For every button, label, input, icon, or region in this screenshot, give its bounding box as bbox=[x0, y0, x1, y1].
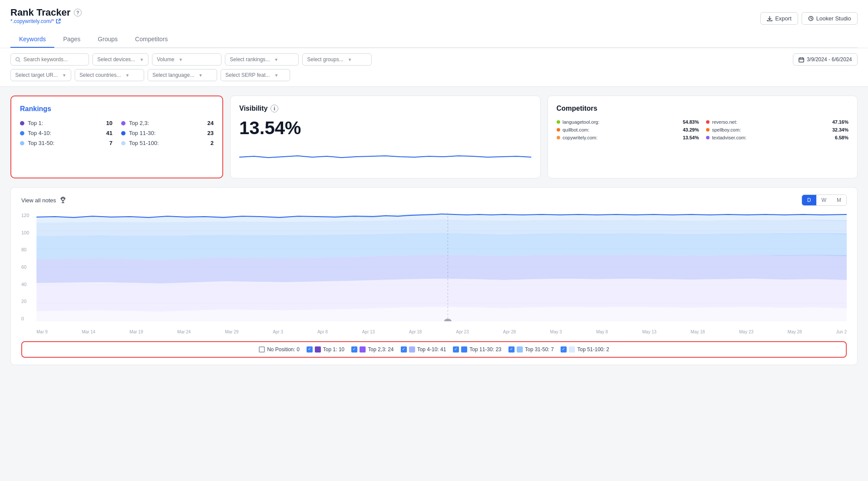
legend-top3150: Top 31-50: 7 bbox=[508, 346, 554, 353]
ranking-dot bbox=[20, 121, 24, 125]
legend-top1: Top 1: 10 bbox=[307, 346, 344, 353]
competitor-dot bbox=[557, 136, 560, 139]
competitors-title: Competitors bbox=[557, 105, 849, 112]
competitor-dot bbox=[706, 128, 710, 132]
legend-color-top3150 bbox=[517, 346, 523, 353]
chart-canvas bbox=[36, 213, 847, 321]
domain-link[interactable]: *.copywritely.com/* bbox=[10, 18, 82, 24]
competitors-grid: languagetool.org: 54.83% reverso.net: 47… bbox=[557, 119, 849, 140]
tab-pages[interactable]: Pages bbox=[54, 31, 89, 48]
legend-color-top23 bbox=[360, 346, 366, 353]
main-tabs: Keywords Pages Groups Competitors bbox=[10, 31, 858, 48]
notes-pin-icon bbox=[59, 197, 66, 204]
competitor-dot bbox=[706, 120, 710, 124]
ranking-top1130: Top 11-30: 23 bbox=[121, 130, 214, 136]
competitor-textadviser: textadviser.com: 6.58% bbox=[706, 135, 848, 140]
time-btn-w[interactable]: W bbox=[816, 195, 832, 205]
export-button[interactable]: Export bbox=[760, 12, 798, 25]
chevron-down-icon: ▼ bbox=[178, 57, 183, 62]
competitor-dot bbox=[557, 120, 560, 124]
devices-filter[interactable]: Select devices... ▼ bbox=[92, 53, 149, 66]
view-notes-button[interactable]: View all notes bbox=[21, 197, 66, 204]
looker-icon bbox=[808, 16, 814, 21]
competitor-dot bbox=[706, 136, 710, 139]
widgets-row: Rankings Top 1: 10 Top 2,3: 24 Top 4-10:… bbox=[10, 96, 858, 178]
time-toggle: D W M bbox=[802, 194, 847, 206]
countries-filter[interactable]: Select countries... ▼ bbox=[75, 69, 144, 81]
volume-filter[interactable]: Volume ▼ bbox=[152, 53, 221, 66]
filters-section: Select devices... ▼ Volume ▼ Select rank… bbox=[0, 48, 868, 87]
tab-keywords[interactable]: Keywords bbox=[10, 31, 54, 48]
time-btn-m[interactable]: M bbox=[832, 195, 846, 205]
legend-color-top410 bbox=[409, 346, 415, 353]
chevron-down-icon: ▼ bbox=[348, 57, 352, 62]
serp-filter[interactable]: Select SERP feat... ▼ bbox=[221, 69, 290, 81]
calendar-icon bbox=[799, 57, 804, 63]
chart-section: View all notes D W M 120 100 80 60 40 20… bbox=[10, 187, 858, 365]
legend-top23: Top 2,3: 24 bbox=[351, 346, 393, 353]
ranking-top51100: Top 51-100: 2 bbox=[121, 140, 214, 146]
legend-checkbox-top3150[interactable] bbox=[508, 346, 515, 353]
competitor-reverso: reverso.net: 47.16% bbox=[706, 119, 848, 125]
target-url-filter[interactable]: Select target UR... ▼ bbox=[10, 69, 71, 81]
rankings-title: Rankings bbox=[20, 105, 214, 113]
top-actions: Export Looker Studio bbox=[760, 12, 858, 25]
ranking-top410: Top 4-10: 41 bbox=[20, 130, 112, 136]
svg-point-3 bbox=[62, 198, 64, 201]
help-icon[interactable]: ? bbox=[74, 9, 82, 16]
legend-top1130: Top 11-30: 23 bbox=[453, 346, 501, 353]
legend-color-top1 bbox=[315, 346, 321, 353]
search-keywords-input[interactable] bbox=[10, 53, 89, 66]
ranking-dot bbox=[20, 141, 24, 145]
ranking-dot bbox=[121, 131, 125, 135]
chart-area: 120 100 80 60 40 20 0 bbox=[21, 213, 847, 334]
main-content: Rankings Top 1: 10 Top 2,3: 24 Top 4-10:… bbox=[0, 87, 868, 374]
chevron-down-icon: ▼ bbox=[139, 57, 144, 62]
visibility-chart bbox=[239, 142, 531, 169]
legend-checkbox-top23[interactable] bbox=[351, 346, 357, 353]
chart-y-axis: 120 100 80 60 40 20 0 bbox=[21, 213, 34, 321]
time-btn-d[interactable]: D bbox=[802, 195, 816, 205]
legend-top51100: Top 51-100: 2 bbox=[561, 346, 609, 353]
visibility-widget: Visibility ℹ 13.54% bbox=[230, 96, 541, 178]
ranking-dot bbox=[20, 131, 24, 135]
chevron-down-icon: ▼ bbox=[125, 73, 129, 78]
legend-no-position: No Position: 0 bbox=[259, 346, 300, 353]
visibility-help-icon[interactable]: ℹ bbox=[271, 105, 278, 112]
legend-checkbox-top51100[interactable] bbox=[561, 346, 567, 353]
groups-filter[interactable]: Select groups... ▼ bbox=[302, 53, 372, 66]
legend-checkbox-top1130[interactable] bbox=[453, 346, 459, 353]
ranking-dot bbox=[121, 121, 125, 125]
chart-legend: No Position: 0 Top 1: 10 Top 2,3: 24 Top… bbox=[21, 341, 847, 358]
legend-checkbox-top410[interactable] bbox=[401, 346, 407, 353]
legend-color-top1130 bbox=[461, 346, 467, 353]
legend-checkbox-no-position[interactable] bbox=[259, 346, 265, 353]
date-range-picker[interactable]: 3/9/2024 - 6/6/2024 bbox=[793, 53, 858, 66]
tab-groups[interactable]: Groups bbox=[89, 31, 126, 48]
legend-checkbox-top1[interactable] bbox=[307, 346, 313, 353]
chevron-down-icon: ▼ bbox=[274, 73, 279, 78]
external-link-icon bbox=[56, 19, 61, 24]
language-filter[interactable]: Select language... ▼ bbox=[148, 69, 217, 81]
visibility-value: 13.54% bbox=[239, 118, 531, 138]
search-input[interactable] bbox=[23, 56, 84, 63]
visibility-title: Visibility bbox=[239, 105, 268, 112]
legend-top410: Top 4-10: 41 bbox=[401, 346, 446, 353]
page-title: Rank Tracker ? bbox=[10, 7, 82, 18]
competitor-languagetool: languagetool.org: 54.83% bbox=[557, 119, 699, 125]
chevron-down-icon: ▼ bbox=[198, 73, 203, 78]
looker-studio-button[interactable]: Looker Studio bbox=[802, 12, 858, 25]
svg-rect-2 bbox=[799, 58, 804, 62]
export-icon bbox=[767, 16, 772, 21]
ranking-dot bbox=[121, 141, 125, 145]
svg-point-1 bbox=[16, 57, 20, 61]
ranking-top1: Top 1: 10 bbox=[20, 120, 112, 126]
tab-competitors[interactable]: Competitors bbox=[126, 31, 176, 48]
chevron-down-icon: ▼ bbox=[62, 73, 66, 78]
chart-x-axis: Mar 9 Mar 14 Mar 19 Mar 24 Mar 29 Apr 3 … bbox=[36, 329, 847, 334]
ranking-top3150: Top 31-50: 7 bbox=[20, 140, 112, 146]
chart-header: View all notes D W M bbox=[21, 194, 847, 206]
search-icon bbox=[15, 57, 21, 63]
svg-marker-15 bbox=[36, 279, 847, 312]
rankings-filter[interactable]: Select rankings... ▼ bbox=[225, 53, 299, 66]
